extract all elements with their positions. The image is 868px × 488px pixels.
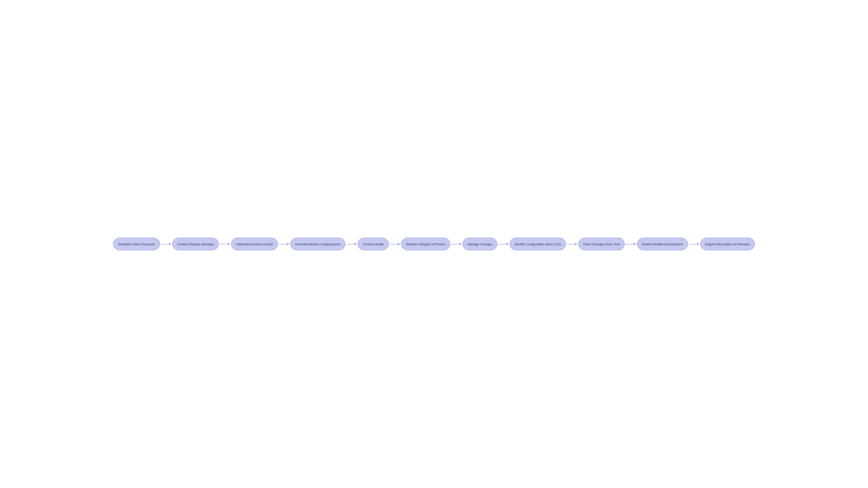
node-9[interactable]: Track Changes Over Time (578, 238, 625, 250)
node-5[interactable]: Conduct Audits (358, 238, 389, 250)
arrow-6 (451, 243, 462, 245)
arrow-7 (498, 243, 509, 245)
arrow-9 (626, 243, 636, 245)
arrow-3 (279, 243, 289, 245)
node-11[interactable]: Support Recreation of Releases (700, 238, 755, 250)
node-8[interactable]: Identify Configuration Items (CIs) (509, 238, 566, 250)
node-2[interactable]: Conduct Regular Backups (172, 238, 219, 250)
arrow-1 (161, 243, 171, 245)
arrow-4 (346, 243, 357, 245)
node-4[interactable]: Automate Builds & Deployments (290, 238, 345, 250)
node-1[interactable]: Establish Clear Processes (113, 238, 160, 250)
node-6[interactable]: Maintain Integrity of Product (401, 238, 450, 250)
arrow-2 (220, 243, 230, 245)
node-3[interactable]: Implement Access Control (231, 238, 278, 250)
node-7[interactable]: Manage Changes (462, 238, 497, 250)
arrow-8 (567, 243, 577, 245)
flow-diagram: Establish Clear ProcessesConduct Regular… (0, 238, 868, 250)
arrow-10 (689, 243, 699, 245)
arrow-5 (390, 243, 400, 245)
node-10[interactable]: Enable Parallel Development (637, 238, 688, 250)
